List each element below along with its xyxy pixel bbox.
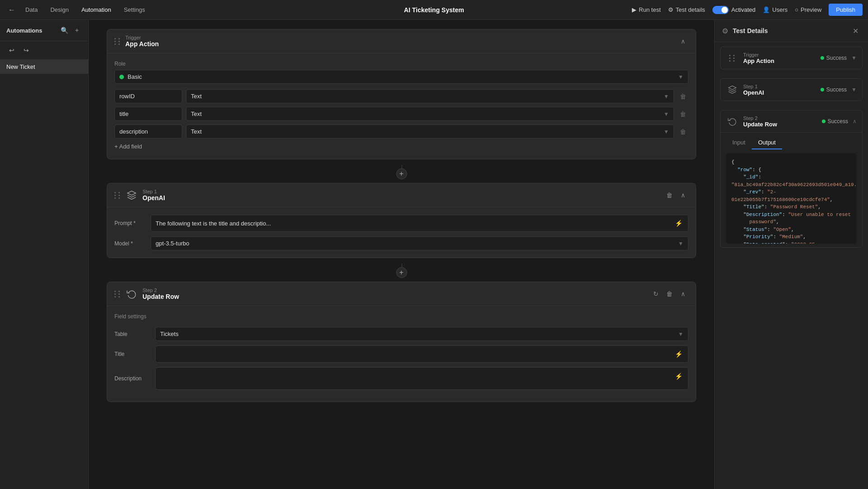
nav-tab-automation[interactable]: Automation (76, 5, 117, 15)
add-step-1-button[interactable]: + (396, 168, 407, 179)
field-type-title-label: Text (191, 110, 661, 117)
step2-refresh-button[interactable]: ↻ (650, 288, 661, 299)
add-automation-icon[interactable]: ＋ (72, 25, 82, 35)
field-type-description[interactable]: Text ▼ (186, 125, 674, 139)
model-chevron-icon: ▼ (678, 240, 683, 247)
test-item-trigger: Trigger App Action Success ▼ (720, 47, 863, 69)
preview-action[interactable]: ○ Preview (795, 6, 821, 13)
role-chevron-icon: ▼ (678, 74, 683, 80)
test-step2-step-label: Step 2 (743, 115, 817, 121)
field-name-rowid[interactable] (114, 89, 182, 103)
field-settings-label: Field settings (114, 313, 688, 320)
step1-header-actions: 🗑 ∧ (664, 190, 688, 201)
publish-button[interactable]: Publish (829, 4, 863, 16)
step2-update-row-icon (125, 288, 138, 300)
input-tab[interactable]: Input (726, 136, 752, 149)
step2-delete-button[interactable]: 🗑 (664, 288, 675, 299)
test-step2-expand-icon[interactable]: ∧ (853, 118, 857, 125)
output-tab[interactable]: Output (752, 136, 782, 149)
test-step1-step-label: Step 1 (743, 84, 816, 89)
test-trigger-expand-icon[interactable]: ▼ (851, 55, 857, 61)
field-name-title[interactable] (114, 107, 182, 121)
connector-1: + (107, 165, 696, 183)
test-step1-status: Success (821, 86, 847, 93)
redo-button[interactable]: ↪ (21, 45, 32, 56)
field-type-title[interactable]: Text ▼ (186, 107, 674, 121)
step1-block: Step 1 OpenAI 🗑 ∧ Prompt * The following… (107, 183, 696, 258)
field-row-rowid: Text ▼ 🗑 (114, 89, 688, 103)
role-select[interactable]: Basic ▼ (114, 70, 688, 84)
step1-block-body: Prompt * The following text is the title… (107, 207, 696, 258)
test-item-step1-header[interactable]: Step 1 OpenAI Success ▼ (721, 79, 862, 101)
prompt-input[interactable]: The following text is the title and desc… (151, 215, 688, 232)
table-select[interactable]: Tickets ▼ (155, 327, 688, 341)
test-item-step2-header[interactable]: Step 2 Update Row Success ∧ (721, 110, 862, 132)
search-icon[interactable]: 🔍 (59, 25, 69, 35)
test-step2-icon (726, 115, 739, 128)
add-field-button[interactable]: + Add field (114, 141, 688, 152)
trigger-header-actions: ∧ (678, 36, 688, 47)
trigger-drag-handle[interactable] (114, 38, 121, 45)
model-row: Model * gpt-3.5-turbo ▼ (114, 236, 688, 250)
step1-drag-handle[interactable] (114, 192, 121, 199)
trigger-step-name: App Action (125, 40, 673, 48)
add-step-2-button[interactable]: + (396, 267, 407, 278)
run-test-action[interactable]: ▶ Run test (632, 6, 660, 13)
field-type-rowid[interactable]: Text ▼ (186, 89, 674, 103)
users-action[interactable]: 👤 Users (763, 6, 787, 13)
nav-tab-design[interactable]: Design (45, 5, 74, 15)
delete-field-description-button[interactable]: 🗑 (678, 126, 688, 137)
toolbar-row: ↩ ↪ (0, 41, 88, 60)
delete-field-rowid-button[interactable]: 🗑 (678, 91, 688, 102)
close-panel-button[interactable]: ✕ (850, 25, 861, 36)
test-trigger-icon (726, 52, 739, 64)
model-select[interactable]: gpt-3.5-turbo ▼ (151, 236, 688, 250)
trigger-collapse-button[interactable]: ∧ (678, 36, 688, 47)
prompt-row: Prompt * The following text is the title… (114, 215, 688, 232)
title-lightning-icon[interactable]: ⚡ (674, 349, 683, 359)
description-label: Description (114, 375, 151, 382)
test-step1-expand-icon[interactable]: ▼ (851, 86, 857, 93)
step1-collapse-button[interactable]: ∧ (678, 190, 688, 201)
step2-drag-handle[interactable] (114, 291, 121, 297)
field-name-description[interactable] (114, 125, 182, 139)
step1-block-header: Step 1 OpenAI 🗑 ∧ (107, 183, 696, 207)
test-item-trigger-header[interactable]: Trigger App Action Success ▼ (721, 47, 862, 69)
test-trigger-status-dot (821, 56, 824, 60)
delete-field-title-button[interactable]: 🗑 (678, 109, 688, 120)
step2-block-label: Step 2 Update Row (142, 288, 646, 300)
step2-collapse-button[interactable]: ∧ (678, 288, 688, 299)
test-step2-update-row-icon (728, 117, 737, 126)
trigger-field-rows: Text ▼ 🗑 Text ▼ 🗑 (114, 89, 688, 139)
description-input[interactable]: ⚡ (155, 367, 688, 390)
activated-label: Activated (731, 6, 755, 13)
description-lightning-icon[interactable]: ⚡ (674, 371, 683, 381)
title-row: Title ⚡ (114, 345, 688, 363)
activated-toggle[interactable] (712, 6, 729, 14)
nav-tab-data[interactable]: Data (20, 5, 43, 15)
sidebar-item-new-ticket[interactable]: New Ticket (0, 60, 88, 74)
trigger-block-header: Trigger App Action ∧ (107, 29, 696, 53)
table-chevron-icon: ▼ (678, 331, 683, 337)
model-value: gpt-3.5-turbo (156, 240, 675, 247)
prompt-lightning-icon[interactable]: ⚡ (674, 218, 683, 228)
step2-block: Step 2 Update Row ↻ 🗑 ∧ Field settings T… (107, 282, 696, 402)
step2-step-label: Step 2 (142, 288, 646, 293)
right-panel-header: ⚙ Test Details ✕ (715, 20, 868, 42)
back-button[interactable]: ← (5, 4, 18, 16)
test-trigger-step-name: App Action (743, 58, 816, 64)
step1-delete-button[interactable]: 🗑 (664, 190, 675, 201)
test-trigger-label: Trigger App Action (743, 52, 816, 64)
test-details-action[interactable]: ⚙ Test details (668, 6, 705, 13)
field-row-description: Text ▼ 🗑 (114, 125, 688, 139)
test-item-step1: Step 1 OpenAI Success ▼ (720, 78, 863, 101)
app-title: AI Ticketing System (404, 6, 464, 14)
title-input[interactable]: ⚡ (155, 345, 688, 363)
table-label: Table (114, 331, 151, 337)
table-value: Tickets (160, 331, 675, 337)
users-icon: 👤 (763, 6, 770, 13)
nav-right: ▶ Run test ⚙ Test details Activated 👤 Us… (632, 4, 863, 16)
undo-button[interactable]: ↩ (6, 45, 17, 56)
nav-tab-settings[interactable]: Settings (119, 5, 151, 15)
preview-icon: ○ (795, 6, 798, 13)
